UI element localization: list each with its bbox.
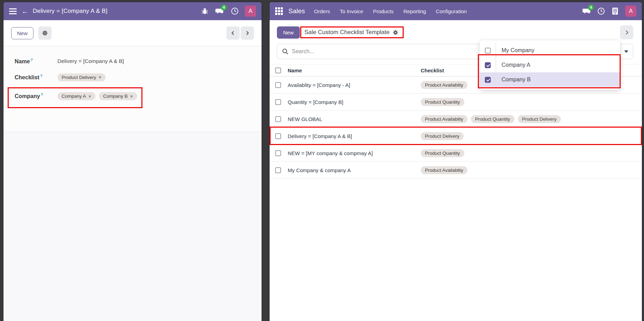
company-checkbox[interactable]	[485, 77, 491, 83]
company-label: Company B	[496, 72, 620, 87]
field-tag: Product Delivery×	[57, 73, 106, 81]
messages-count-badge: 4	[588, 5, 594, 10]
company-dropdown-item[interactable]: My Company	[480, 43, 620, 58]
column-header-name[interactable]: Name	[288, 67, 421, 73]
name-field-value[interactable]: Delivery = [Company A & B]	[57, 58, 124, 64]
left-toolbar: New	[3, 20, 262, 46]
row-checkbox[interactable]	[275, 150, 281, 156]
help-icon[interactable]: ?	[31, 58, 33, 62]
nav-menu-item[interactable]: Products	[373, 8, 394, 14]
user-avatar[interactable]: A	[625, 6, 636, 17]
row-checkbox[interactable]	[275, 99, 281, 105]
row-checkbox[interactable]	[275, 133, 281, 139]
row-checklist-tags: Product Quantity	[421, 98, 642, 106]
row-checkbox[interactable]	[275, 167, 281, 173]
row-name: My Company & company A	[288, 167, 421, 173]
list-window: Sales OrdersTo InvoiceProductsReportingC…	[270, 2, 642, 321]
row-checklist-tags: Product Quantity	[421, 149, 642, 157]
control-panel: New Sale Custom Checklist Template	[270, 20, 642, 64]
table-row[interactable]: Quantity = [Company B] Product Quantity	[270, 94, 642, 111]
company-label: Company A	[496, 58, 620, 72]
bug-icon[interactable]	[199, 5, 211, 17]
nav-menu-item[interactable]: Reporting	[403, 8, 426, 14]
company-dropdown-item[interactable]: Company B	[480, 72, 620, 87]
company-checkbox[interactable]	[485, 48, 491, 54]
search-dropdown-toggle[interactable]	[619, 44, 633, 59]
row-checklist-tags: Product AvailablityProduct QuantityProdu…	[421, 115, 642, 123]
checklist-tag: Product Delivery	[518, 115, 561, 123]
table-row[interactable]: NEW GLOBAL Product AvailablityProduct Qu…	[270, 111, 642, 128]
gear-icon[interactable]	[393, 30, 398, 35]
messages-icon[interactable]: 4	[581, 5, 592, 17]
table-row[interactable]: My Company & company A Product Availabli…	[270, 162, 642, 179]
tag-remove-icon[interactable]: ×	[130, 94, 133, 99]
right-appbar: Sales OrdersTo InvoiceProductsReportingC…	[270, 2, 642, 20]
nav-menu-item[interactable]: Orders	[314, 8, 330, 14]
app-name[interactable]: Sales	[288, 7, 305, 15]
tag-remove-icon[interactable]: ×	[99, 75, 101, 80]
apps-grid-icon[interactable]	[275, 7, 283, 15]
row-name: Quantity = [Company B]	[288, 99, 421, 105]
checklist-tags: Product Delivery×	[57, 73, 106, 81]
table-row[interactable]: NEW = [MY company & compmay A] Product Q…	[270, 145, 642, 162]
app-nav-menu: OrdersTo InvoiceProductsReportingConfigu…	[314, 8, 467, 14]
field-tag: Company A×	[57, 92, 95, 100]
row-checklist-tags: Product Availablity	[421, 166, 642, 174]
nav-menu-item[interactable]: Configuration	[436, 8, 467, 14]
select-all-checkbox[interactable]	[275, 67, 281, 73]
help-icon[interactable]: ?	[41, 93, 43, 97]
checklist-tag: Product Availablity	[421, 115, 467, 123]
checklist-tag: Product Quantity	[421, 98, 464, 106]
row-name: NEW = [MY company & compmay A]	[288, 150, 421, 156]
name-field-row: Name? Delivery = [Company A & B]	[15, 56, 262, 66]
company-label: My Company	[496, 43, 620, 58]
company-dropdown-item[interactable]: Company A	[480, 58, 620, 72]
help-icon[interactable]: ?	[40, 74, 42, 78]
checklist-tag: Product Availablity	[421, 166, 467, 174]
messages-icon[interactable]: 4	[214, 5, 225, 17]
nav-menu-item[interactable]: To Invoice	[340, 8, 363, 14]
activities-clock-icon[interactable]	[229, 5, 241, 17]
row-checkbox[interactable]	[275, 82, 281, 88]
row-checkbox[interactable]	[275, 116, 281, 122]
breadcrumb-highlight-box: Sale Custom Checklist Template	[300, 26, 404, 38]
user-avatar[interactable]: A	[245, 6, 256, 17]
checklist-field-label: Checklist?	[15, 74, 57, 81]
record-title: Delivery = [Company A & B]	[33, 8, 108, 15]
tag-remove-icon[interactable]: ×	[88, 94, 91, 99]
back-arrow-icon[interactable]: ←	[22, 8, 29, 15]
company-building-icon[interactable]	[609, 5, 621, 17]
search-icon	[282, 48, 288, 55]
checklist-tag: Product Quantity	[421, 149, 464, 157]
hamburger-menu-icon[interactable]	[9, 8, 17, 14]
company-checkbox[interactable]	[485, 62, 491, 68]
row-name: Availablity = [Company - A]	[288, 82, 421, 88]
company-tags: Company A×Company B×	[57, 92, 137, 100]
gear-icon[interactable]	[38, 26, 52, 40]
row-checklist-tags: Product Delivery	[421, 132, 642, 140]
table-body: Availablity = [Company - A] Product Avai…	[270, 77, 642, 179]
list-view: Name Checklist Availablity = [Company - …	[270, 64, 642, 321]
checklist-tag: Product Availablity	[421, 81, 467, 89]
row-name: NEW GLOBAL	[288, 116, 421, 122]
new-button[interactable]: New	[277, 26, 300, 39]
form-empty-area	[3, 132, 262, 321]
company-switcher-dropdown: My Company Company A Company B	[480, 40, 620, 90]
breadcrumb-title[interactable]: Sale Custom Checklist Template	[304, 29, 389, 36]
checklist-tag: Product Quantity	[471, 115, 514, 123]
next-record-button[interactable]	[241, 26, 254, 40]
company-field-label: Company?	[15, 93, 57, 99]
new-button[interactable]: New	[11, 27, 33, 39]
checklist-tag: Product Delivery	[421, 132, 464, 140]
prev-record-button[interactable]	[226, 26, 240, 40]
table-row[interactable]: Delivery = [Company A & B] Product Deliv…	[270, 128, 642, 145]
row-name: Delivery = [Company A & B]	[288, 133, 421, 139]
checklist-field-row: Checklist? Product Delivery×	[15, 72, 262, 82]
messages-count-badge: 4	[221, 5, 227, 10]
activities-clock-icon[interactable]	[595, 5, 607, 17]
next-page-button[interactable]	[620, 25, 633, 39]
caret-down-icon	[624, 50, 628, 53]
field-tag: Company B×	[99, 92, 137, 100]
name-field-label: Name?	[15, 58, 57, 65]
company-field-row: Company? Company A×Company B×	[15, 88, 262, 104]
